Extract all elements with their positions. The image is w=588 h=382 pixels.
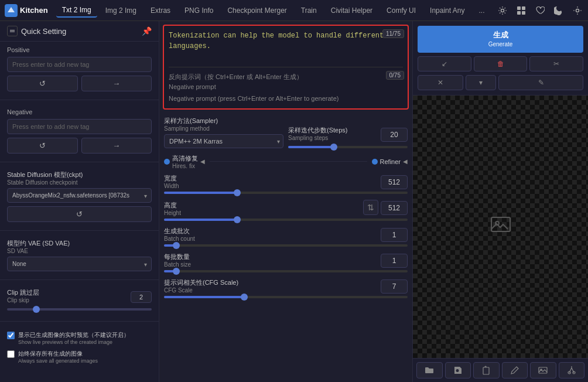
image-btn[interactable] <box>530 362 556 378</box>
positive-tag-input[interactable] <box>7 57 152 72</box>
width-value[interactable]: 512 <box>381 175 408 189</box>
always-save-text: 始终保存所有生成的图像 Always save all generated im… <box>18 350 98 364</box>
sd-model-refresh-btn[interactable]: ↺ <box>7 206 152 222</box>
nav-tab-comfyui[interactable]: Comfy UI <box>381 4 422 17</box>
nav-tab-extras[interactable]: Extras <box>145 4 176 17</box>
nav-tab-txt2img[interactable]: Txt 2 Img <box>56 4 97 18</box>
width-thumb <box>234 189 241 196</box>
sd-vae-label: 模型约 VAE (SD VAE) SD VAE <box>7 239 152 254</box>
negative-label: Negative <box>7 108 152 115</box>
scissors-btn[interactable]: ✂ <box>529 56 583 71</box>
negative-tag-input[interactable] <box>7 119 152 134</box>
clip-skip-value[interactable]: 2 <box>131 291 152 303</box>
clip-skip-slider[interactable] <box>7 308 152 311</box>
nav-tab-pnginfo[interactable]: PNG Info <box>179 4 219 17</box>
sd-model-section: Stable Diffusion 模型(ckpt) Stable Diffusi… <box>0 166 159 227</box>
negative-refresh-btn[interactable]: ↺ <box>7 138 78 154</box>
dropdown-btn[interactable]: ▾ <box>466 75 496 90</box>
hires-dot <box>164 159 170 165</box>
negative-prompt[interactable]: 反向提示词（按 Ctrl+Enter 或 Alt+Enter 生成） Negat… <box>164 67 408 108</box>
positive-label: Positive <box>7 46 152 53</box>
send-to-btn[interactable]: ↙ <box>418 56 471 71</box>
cfg-scale-value[interactable]: 7 <box>381 279 408 294</box>
sd-vae-select-wrap: None ▾ <box>7 257 152 271</box>
batch-count-slider[interactable] <box>164 244 408 247</box>
cut-btn[interactable] <box>559 362 585 378</box>
refiner-toggle[interactable]: Refiner ◀ <box>372 158 408 165</box>
generate-cn-text: 生成 <box>493 30 508 40</box>
controls-area: 采样方法(Sampler) Sampling method DPM++ 2M K… <box>159 113 412 383</box>
batch-count-value[interactable]: 1 <box>381 228 408 242</box>
save-btn[interactable] <box>445 362 471 378</box>
nav-tab-checkpoint[interactable]: Checkpoint Merger <box>221 4 292 17</box>
nav-icon-moon[interactable] <box>552 4 566 18</box>
svg-rect-2 <box>517 6 521 10</box>
sampler-label: 采样方法(Sampler) Sampling method <box>164 117 283 132</box>
delete-btn[interactable]: 🗑 <box>474 56 528 71</box>
width-slider[interactable] <box>164 192 408 194</box>
positive-refresh-btn[interactable]: ↺ <box>7 76 78 91</box>
height-value[interactable]: 512 <box>381 201 408 215</box>
refiner-arrow-icon: ◀ <box>403 158 408 165</box>
positive-prompt[interactable]: Tokenization can help the model to handl… <box>164 26 408 67</box>
hires-toggle[interactable]: 高清修复 Hires. fix ◀ <box>164 154 205 169</box>
nav-icon-grid[interactable] <box>514 4 528 18</box>
steps-value[interactable]: 20 <box>381 128 408 142</box>
nav-icon-heart[interactable] <box>533 4 547 18</box>
live-preview-checkbox[interactable] <box>7 332 15 339</box>
sidebar-pin-btn[interactable]: 📌 <box>142 26 152 36</box>
sidebar-negative-section: Negative ↺ → <box>0 104 159 158</box>
negative-forward-btn[interactable]: → <box>81 138 152 154</box>
height-value-area: ⇅ 512 <box>363 200 408 216</box>
canvas-area[interactable] <box>413 95 588 358</box>
batch-size-slider[interactable] <box>164 270 408 272</box>
refiner-dot <box>372 159 378 165</box>
sampler-select[interactable]: DPM++ 2M Karras <box>164 134 283 148</box>
negative-hint: Negative prompt (press Ctrl+Enter or Alt… <box>169 94 403 104</box>
cfg-scale-slider[interactable] <box>164 296 408 298</box>
sampler-steps-row: 采样方法(Sampler) Sampling method DPM++ 2M K… <box>164 117 408 148</box>
sidebar-positive-section: Positive ↺ → <box>0 42 159 96</box>
positive-forward-btn[interactable]: → <box>81 76 152 91</box>
live-preview-text: 显示已生成图像的实时预览（不建议开启） Show live previews o… <box>18 331 129 345</box>
sidebar-header: Quick Setting 📌 <box>0 21 159 42</box>
always-save-checkbox[interactable] <box>7 350 15 358</box>
sidebar-collapse-btn[interactable] <box>7 26 18 36</box>
nav-tab-img2img[interactable]: Img 2 Img <box>100 4 142 17</box>
width-value-area: 512 <box>381 175 408 189</box>
folder-btn[interactable] <box>416 362 443 378</box>
negative-counter: 0/75 <box>386 71 404 80</box>
cfg-scale-fill <box>164 296 244 298</box>
right-panel: 生成 Generate ↙ 🗑 ✂ ✕ ▾ ✎ <box>412 21 588 382</box>
steps-slider[interactable] <box>288 146 408 148</box>
nav-tab-civitai[interactable]: Civitai Helper <box>325 4 378 17</box>
steps-header: 采样迭代步数(Steps) Sampling steps 20 <box>288 126 408 144</box>
svg-marker-0 <box>8 7 15 12</box>
steps-thumb <box>330 144 337 151</box>
svg-rect-15 <box>539 367 547 373</box>
generate-button[interactable]: 生成 Generate <box>418 26 583 53</box>
height-slider[interactable] <box>164 219 408 221</box>
edit-btn[interactable]: ✎ <box>498 75 583 90</box>
svg-rect-4 <box>517 11 521 15</box>
swap-dimensions-btn[interactable]: ⇅ <box>363 200 378 215</box>
checkbox-section: 显示已生成图像的实时预览（不建议开启） Show live previews o… <box>0 325 159 372</box>
nav-tab-more[interactable]: ... <box>473 4 490 17</box>
pencil-btn[interactable] <box>502 362 528 378</box>
steps-fill <box>288 146 334 148</box>
hires-arrow-icon: ◀ <box>200 158 205 165</box>
sd-model-label: Stable Diffusion 模型(ckpt) Stable Diffusi… <box>7 170 152 186</box>
clipboard-btn[interactable] <box>473 362 500 378</box>
nav-tab-train[interactable]: Train <box>295 4 323 17</box>
nav-icon-gear[interactable] <box>570 4 584 18</box>
logo-icon <box>5 4 18 17</box>
nav-icon-settings[interactable] <box>495 4 510 18</box>
batch-size-value[interactable]: 1 <box>381 254 408 268</box>
sidebar-title: Quick Setting <box>21 27 66 36</box>
sd-vae-select[interactable]: None <box>7 257 152 271</box>
x-btn[interactable]: ✕ <box>418 75 463 90</box>
canvas-upload-icon <box>489 213 512 241</box>
sd-model-select[interactable]: AbyssOrangeMix2_nsfw.safetensors [08732s <box>7 188 152 203</box>
nav-tab-inpaint[interactable]: Inpaint Any <box>424 4 470 17</box>
right-action-row-1: ↙ 🗑 ✂ <box>418 56 583 71</box>
